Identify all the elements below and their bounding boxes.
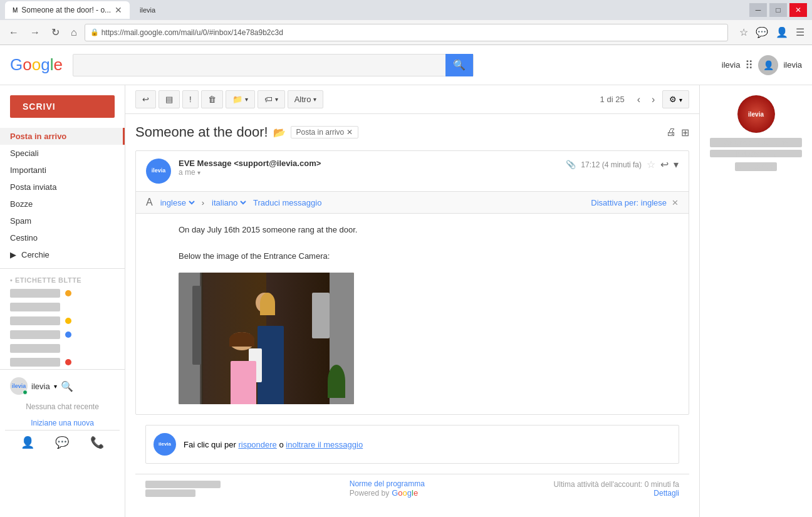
- message-time-area: 📎 17:12 (4 minuti fa) ☆ ↩ ▾: [566, 159, 679, 170]
- label-row-6[interactable]: [0, 355, 125, 369]
- chat-search-icon[interactable]: 🔍: [61, 380, 73, 392]
- report-button[interactable]: !: [182, 90, 199, 108]
- contact-avatar: ilevia: [737, 95, 775, 133]
- forward-link[interactable]: inoltrare il messaggio: [286, 440, 363, 449]
- label-button[interactable]: 🏷 ▾: [258, 90, 285, 108]
- settings-button[interactable]: ⚙ ▾: [662, 90, 689, 108]
- user-avatar[interactable]: 👤: [758, 55, 778, 75]
- sidebar-item-importanti[interactable]: Importanti: [0, 162, 125, 179]
- tab-favicon: M: [13, 7, 18, 14]
- translate-link[interactable]: Traduci messaggio: [253, 198, 321, 207]
- close-translation-button[interactable]: ✕: [672, 198, 679, 207]
- sidebar-item-posta-in-arrivo[interactable]: Posta in arrivo: [0, 128, 125, 145]
- move-chevron: ▾: [245, 96, 248, 103]
- arrow-right-icon: ›: [202, 198, 204, 207]
- label-row-3[interactable]: [0, 314, 125, 328]
- label-dot-1: [65, 290, 71, 296]
- reply-area[interactable]: ilevia Fai clic qui per rispondere o ino…: [145, 425, 679, 464]
- delete-button[interactable]: 🗑: [201, 90, 223, 108]
- more-chevron: ▾: [313, 96, 316, 103]
- chat-icon[interactable]: 💬: [753, 25, 771, 39]
- importanti-label: Importanti: [10, 165, 46, 175]
- tab-title: Someone at the door! - o...: [21, 6, 111, 14]
- label-row-2[interactable]: [0, 300, 125, 314]
- close-button[interactable]: ✕: [789, 3, 807, 17]
- expand-icon[interactable]: ⊞: [681, 127, 689, 138]
- maximize-button[interactable]: □: [769, 3, 787, 17]
- deactivate-translation-link[interactable]: Disattiva per: inglese: [591, 198, 667, 207]
- label-icon: 🏷: [264, 95, 273, 104]
- browser-titlebar: M Someone at the door! - o... ✕ ilevia ─…: [0, 0, 812, 20]
- more-label: Altro: [294, 95, 311, 104]
- logo-e: e: [53, 55, 62, 74]
- expand-icon: ▶: [10, 250, 16, 259]
- chat-bubble-icon[interactable]: 💬: [55, 436, 69, 449]
- browser-tab[interactable]: M Someone at the door! - o... ✕: [5, 1, 130, 19]
- sidebar-item-cestino[interactable]: Cestino: [0, 229, 125, 246]
- home-button[interactable]: ⌂: [67, 24, 81, 41]
- minimize-button[interactable]: ─: [749, 3, 767, 17]
- message-body-line2: Below the image of the Entrance Camera:: [179, 250, 646, 263]
- google-logo: Google: [10, 55, 63, 75]
- sidebar-item-spam[interactable]: Spam: [0, 212, 125, 229]
- bookmark-icon[interactable]: ☆: [737, 25, 751, 39]
- sender-avatar: ilevia: [146, 159, 171, 184]
- search-input[interactable]: [73, 60, 445, 70]
- more-actions-button[interactable]: ▾: [674, 159, 679, 170]
- to-language-select[interactable]: italiano: [209, 197, 248, 208]
- reply-avatar: ilevia: [154, 433, 176, 456]
- last-activity-text: Ultima attività dell'account: 0 minuti f…: [554, 480, 679, 489]
- menu-icon[interactable]: ☰: [793, 25, 807, 39]
- logo-o1: o: [23, 55, 31, 74]
- sidebar-item-speciali[interactable]: Speciali: [0, 145, 125, 162]
- label-row-4[interactable]: [0, 328, 125, 342]
- prev-page-button[interactable]: ‹: [632, 91, 645, 108]
- more-button[interactable]: Altro ▾: [288, 90, 324, 108]
- url-text: https://mail.google.com/mail/u/0/#inbox/…: [102, 28, 722, 37]
- chat-section: ilevia ilevia ▾ 🔍 Nessuna chat recente I…: [0, 369, 125, 459]
- program-terms-link[interactable]: Norme del programma: [350, 479, 425, 488]
- chat-user-row: ilevia ilevia ▾ 🔍: [5, 375, 120, 397]
- label-dot-3: [65, 318, 71, 324]
- star-icon[interactable]: ☆: [647, 159, 655, 170]
- ssl-icon: 🔒: [90, 28, 99, 36]
- sender-name-bold: EVE Message: [179, 159, 232, 168]
- apps-icon[interactable]: ⠿: [745, 58, 753, 72]
- reply-button[interactable]: ↩: [135, 90, 156, 108]
- next-page-button[interactable]: ›: [647, 91, 660, 108]
- details-link[interactable]: Dettagli: [653, 489, 679, 498]
- inbox-badge[interactable]: Posta in arrivo ✕: [291, 126, 359, 138]
- reply-icon-button[interactable]: ↩: [660, 159, 669, 170]
- to-me-indicator[interactable]: a me ▾: [179, 168, 558, 177]
- extensions-icon[interactable]: 👤: [773, 25, 791, 39]
- reply-link[interactable]: rispondere: [238, 440, 276, 449]
- from-language-select[interactable]: inglese: [158, 197, 197, 208]
- spam-label: Spam: [10, 216, 31, 226]
- label-row-5[interactable]: [0, 342, 125, 355]
- back-button[interactable]: ←: [5, 24, 23, 41]
- chat-chevron-icon[interactable]: ▾: [54, 383, 57, 390]
- sidebar-item-posta-inviata[interactable]: Posta inviata: [0, 179, 125, 196]
- move-button[interactable]: 📁 ▾: [226, 90, 255, 108]
- address-bar[interactable]: 🔒 https://mail.google.com/mail/u/0/#inbo…: [85, 24, 728, 41]
- print-icon[interactable]: 🖨: [666, 127, 676, 138]
- chat-person-icon[interactable]: 👤: [21, 436, 34, 449]
- child-figure: [227, 332, 259, 405]
- forward-button[interactable]: →: [26, 24, 44, 41]
- compose-button[interactable]: SCRIVI: [10, 95, 115, 118]
- search-button[interactable]: 🔍: [445, 54, 473, 76]
- sidebar-item-bozze[interactable]: Bozze: [0, 196, 125, 212]
- archive-button[interactable]: ▤: [159, 90, 180, 108]
- settings-chevron: ▾: [679, 97, 682, 103]
- message-body: On day July 16th 2015 someone rang at th…: [136, 214, 689, 414]
- chat-phone-icon[interactable]: 📞: [90, 436, 104, 449]
- sidebar: SCRIVI Posta in arrivo Speciali Importan…: [0, 85, 125, 517]
- label-row-1[interactable]: [0, 286, 125, 300]
- search-bar[interactable]: 🔍: [73, 54, 474, 76]
- tab-close-button[interactable]: ✕: [115, 5, 122, 15]
- contact-link[interactable]: Invito sottagi: [710, 162, 802, 171]
- sidebar-item-cerchie[interactable]: ▶ Cerchie: [0, 246, 125, 263]
- chat-new-link[interactable]: Iniziane una nuova: [5, 416, 120, 430]
- refresh-button[interactable]: ↻: [48, 24, 63, 41]
- inbox-badge-close[interactable]: ✕: [346, 128, 353, 137]
